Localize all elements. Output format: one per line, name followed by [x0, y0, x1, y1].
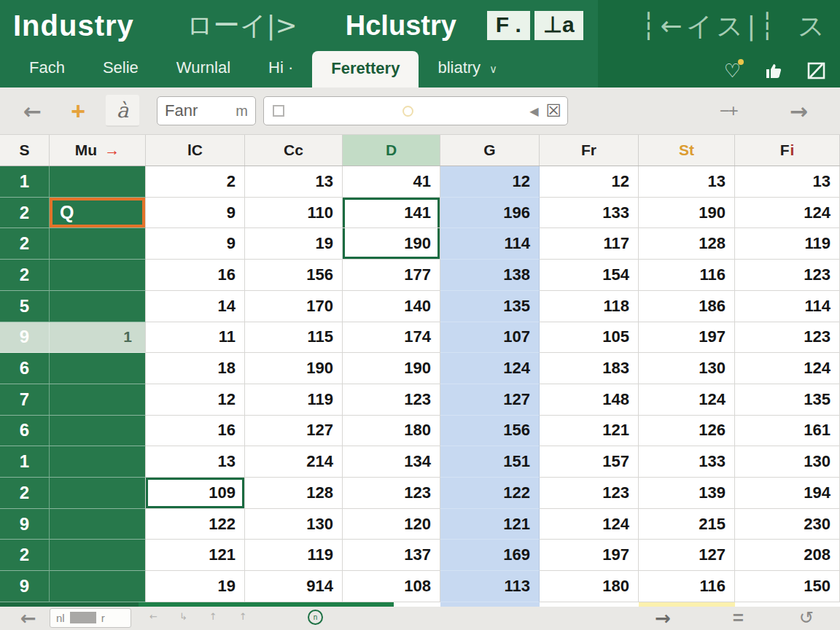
- status-forward-arrow-icon[interactable]: →: [655, 607, 671, 629]
- cell-Mu-r3[interactable]: [50, 228, 146, 260]
- cell-St-r13[interactable]: 127: [639, 540, 735, 571]
- cell-Mu-r10[interactable]: [50, 446, 146, 478]
- cell-Fr-r3[interactable]: 117: [540, 228, 639, 260]
- cell-Fr-r4[interactable]: 154: [540, 260, 639, 291]
- cell-Mu-r14[interactable]: [50, 571, 146, 602]
- collapse-triangle-icon[interactable]: ◀: [529, 104, 538, 118]
- row-header-cell-10[interactable]: 1: [0, 446, 50, 478]
- window-controls-icons[interactable]: ┆←イス|┆ス: [641, 9, 828, 44]
- cell-Fi-r7[interactable]: 124: [735, 353, 840, 384]
- format-badge-1[interactable]: F .: [487, 11, 530, 40]
- cell-Mu-r13[interactable]: [50, 540, 146, 571]
- row-header-cell-1[interactable]: 1: [0, 166, 50, 198]
- cell-Cc-r14[interactable]: 914: [245, 571, 343, 602]
- cell-Fi-r2[interactable]: 124: [735, 198, 840, 229]
- column-header-Fr[interactable]: Fr: [540, 135, 639, 166]
- column-header-Mu[interactable]: Mu→: [50, 135, 146, 166]
- column-header-D[interactable]: D: [343, 135, 440, 166]
- cell-D-r2[interactable]: 141: [343, 198, 440, 229]
- cell-Cc-r8[interactable]: 119: [245, 384, 343, 416]
- cell-Cc-r13[interactable]: 119: [245, 540, 343, 571]
- cell-lC-r5[interactable]: 14: [146, 291, 245, 322]
- cell-G-r4[interactable]: 138: [440, 260, 540, 291]
- thumbs-up-icon[interactable]: [764, 62, 783, 79]
- cell-St-r10[interactable]: 133: [639, 446, 735, 478]
- cell-G-r2[interactable]: 196: [440, 198, 540, 229]
- cell-D-r8[interactable]: 123: [343, 384, 440, 416]
- back-arrow-icon[interactable]: ←: [23, 98, 42, 124]
- cell-Mu-r9[interactable]: [50, 416, 146, 447]
- share-export-icon[interactable]: [806, 61, 827, 80]
- cell-G-r12[interactable]: 121: [440, 509, 540, 540]
- cell-lC-r14[interactable]: 19: [146, 571, 245, 602]
- tab-hi[interactable]: Hi ·: [249, 58, 312, 88]
- status-nav-glyph-1[interactable]: ↳: [179, 611, 187, 622]
- column-header-Cc[interactable]: Cc: [245, 135, 343, 166]
- column-header-G[interactable]: G: [440, 135, 540, 166]
- cell-St-r12[interactable]: 215: [639, 509, 735, 540]
- cell-D-r6[interactable]: 174: [343, 322, 440, 354]
- tab-selie[interactable]: Selie: [84, 58, 158, 88]
- cell-Fr-r12[interactable]: 124: [540, 509, 639, 540]
- status-nav-glyph-3[interactable]: ↑: [239, 611, 247, 622]
- cell-lC-r10[interactable]: 13: [146, 446, 245, 478]
- cell-G-r9[interactable]: 156: [440, 416, 540, 447]
- cell-Fr-r13[interactable]: 197: [540, 540, 639, 571]
- cell-St-r4[interactable]: 116: [639, 260, 735, 291]
- cell-Cc-r4[interactable]: 156: [245, 260, 343, 291]
- cell-Fr-r11[interactable]: 123: [540, 478, 639, 509]
- cell-Fi-r8[interactable]: 135: [735, 384, 840, 416]
- cell-D-r13[interactable]: 137: [343, 540, 440, 571]
- column-header-lC[interactable]: lC: [146, 135, 245, 166]
- cell-Fr-r14[interactable]: 180: [540, 571, 639, 602]
- cell-G-r1[interactable]: 12: [440, 166, 540, 198]
- cell-St-r14[interactable]: 116: [639, 571, 735, 602]
- name-box[interactable]: Fanr m: [157, 96, 256, 125]
- cell-Cc-r11[interactable]: 128: [245, 478, 343, 509]
- status-mini-box[interactable]: nl r: [50, 608, 131, 628]
- cell-Fr-r7[interactable]: 183: [540, 353, 639, 384]
- cell-D-r11[interactable]: 123: [343, 478, 440, 509]
- cell-G-r3[interactable]: 114: [440, 228, 540, 260]
- cancel-x-icon[interactable]: ☒: [545, 101, 561, 121]
- script-style-button[interactable]: à: [106, 95, 139, 127]
- status-equals-icon[interactable]: =: [733, 607, 744, 629]
- column-header-St[interactable]: St: [639, 135, 735, 166]
- cell-St-r5[interactable]: 186: [639, 291, 735, 322]
- cell-D-r1[interactable]: 41: [343, 166, 440, 198]
- cell-Cc-r1[interactable]: 13: [245, 166, 343, 198]
- cell-lC-r8[interactable]: 12: [146, 384, 245, 416]
- cell-lC-r3[interactable]: 9: [146, 228, 245, 260]
- cell-D-r7[interactable]: 190: [343, 353, 440, 384]
- cell-Fi-r6[interactable]: 123: [735, 322, 840, 354]
- cell-St-r7[interactable]: 130: [639, 353, 735, 384]
- titlebar-glyph-far[interactable]: ス: [798, 11, 828, 41]
- cell-Fr-r8[interactable]: 148: [540, 384, 639, 416]
- cell-G-r14[interactable]: 113: [440, 571, 540, 602]
- add-icon[interactable]: +: [71, 97, 85, 125]
- titlebar-glyph-cluster[interactable]: ┆←イス|┆: [641, 11, 779, 41]
- status-back-arrow-icon[interactable]: ←: [20, 607, 36, 629]
- cell-Fi-r3[interactable]: 119: [735, 228, 840, 260]
- row-header-cell-4[interactable]: 2: [0, 260, 50, 291]
- cell-St-r2[interactable]: 190: [639, 198, 735, 229]
- cell-Mu-r7[interactable]: [50, 353, 146, 384]
- row-header-cell-2[interactable]: 2: [0, 198, 50, 229]
- column-header-S[interactable]: S: [0, 135, 50, 166]
- cell-Cc-r6[interactable]: 115: [245, 322, 343, 354]
- cell-Cc-r9[interactable]: 127: [245, 416, 343, 447]
- cell-Fi-r10[interactable]: 130: [735, 446, 840, 478]
- cell-lC-r1[interactable]: 2: [146, 166, 245, 198]
- cell-Fr-r9[interactable]: 121: [540, 416, 639, 447]
- cell-Mu-r6[interactable]: 1: [50, 322, 146, 354]
- cell-Fi-r11[interactable]: 194: [735, 478, 840, 509]
- row-header-cell-6[interactable]: 9: [0, 322, 50, 354]
- cell-Cc-r10[interactable]: 214: [245, 446, 343, 478]
- row-header-cell-8[interactable]: 7: [0, 384, 50, 416]
- cell-lC-r2[interactable]: 9: [146, 198, 245, 229]
- cell-lC-r12[interactable]: 122: [146, 509, 245, 540]
- cell-Cc-r2[interactable]: 110: [245, 198, 343, 229]
- cell-G-r11[interactable]: 122: [440, 478, 540, 509]
- cell-Mu-r11[interactable]: [50, 478, 146, 509]
- cell-St-r3[interactable]: 128: [639, 228, 735, 260]
